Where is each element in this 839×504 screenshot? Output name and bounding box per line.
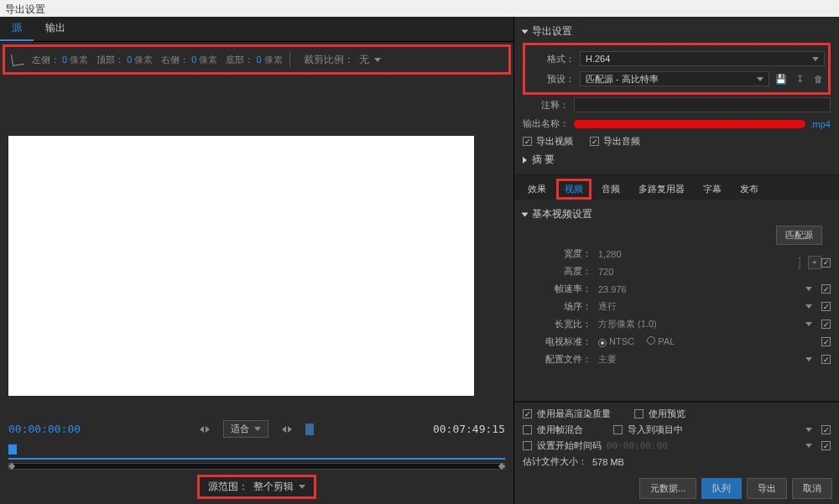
format-label: 格式：: [529, 53, 575, 65]
mark-in-icon[interactable]: [305, 423, 314, 435]
basic-video-title: 基本视频设置: [532, 207, 592, 221]
width-input[interactable]: 1,280: [598, 249, 795, 259]
timeline-scrubber[interactable]: [8, 463, 505, 470]
delete-preset-icon[interactable]: 🗑: [811, 72, 825, 86]
tvstd-radios: NTSC PAL: [598, 336, 821, 347]
playhead[interactable]: [8, 444, 17, 455]
step-back-icon[interactable]: [200, 426, 204, 433]
frame-blend-checkbox[interactable]: [523, 425, 532, 434]
tab-video[interactable]: 视频: [556, 179, 591, 200]
crop-left-input[interactable]: 0: [62, 55, 67, 65]
source-range-dropdown[interactable]: 源范围： 整个剪辑: [197, 475, 316, 499]
comment-label: 注释：: [523, 99, 569, 112]
profile-dropdown[interactable]: 主要: [598, 353, 805, 366]
fps-label: 帧速率：: [523, 283, 598, 295]
wh-match-checkbox[interactable]: [821, 258, 831, 268]
crop-unit: 像素: [70, 54, 88, 66]
fieldorder-dropdown[interactable]: 逐行: [598, 300, 805, 313]
tvstd-match-checkbox[interactable]: [821, 337, 831, 346]
basic-video-header[interactable]: 基本视频设置: [523, 205, 831, 224]
ntsc-radio[interactable]: [598, 339, 607, 347]
match-source-button[interactable]: 匹配源: [776, 226, 822, 245]
preview-canvas[interactable]: [8, 136, 474, 396]
timecode-in[interactable]: 00:00:00:00: [8, 423, 81, 435]
import-match-checkbox[interactable]: [821, 425, 831, 434]
chevron-down-icon: [299, 485, 305, 489]
ntsc-label: NTSC: [609, 336, 634, 346]
next-icon[interactable]: [288, 426, 292, 433]
start-tc-value[interactable]: 00:00:00:00: [607, 440, 668, 451]
link-icon[interactable]: ⚭: [808, 256, 821, 269]
aspect-match-checkbox[interactable]: [821, 320, 831, 329]
import-preset-icon[interactable]: ↧: [793, 72, 806, 86]
zoom-fit-dropdown[interactable]: 适合: [223, 420, 268, 438]
source-output-tabs: 源 输出: [0, 17, 513, 42]
export-button[interactable]: 导出: [747, 478, 787, 499]
export-video-label: 导出视频: [536, 135, 573, 148]
export-audio-label: 导出音频: [603, 135, 640, 148]
tab-audio[interactable]: 音频: [593, 179, 628, 200]
format-dropdown[interactable]: H.264: [580, 51, 825, 66]
tab-output[interactable]: 输出: [34, 17, 77, 41]
collapse-icon: [523, 157, 527, 164]
save-preset-icon[interactable]: 💾: [774, 72, 788, 86]
field-match-checkbox[interactable]: [821, 302, 831, 311]
height-input[interactable]: 720: [598, 267, 795, 277]
max-quality-checkbox[interactable]: [523, 409, 532, 418]
comment-input[interactable]: [574, 97, 831, 112]
export-settings-header[interactable]: 导出设置: [523, 22, 831, 41]
chevron-down-icon: [805, 444, 812, 448]
crop-unit: 像素: [134, 54, 153, 66]
aspect-dropdown[interactable]: 方形像素 (1.0): [598, 318, 805, 330]
chevron-down-icon: [805, 357, 812, 361]
crop-right-label: 右侧：: [161, 54, 189, 66]
prev-icon[interactable]: [282, 426, 286, 433]
metadata-button[interactable]: 元数据...: [639, 478, 696, 499]
settings-tabs: 效果 视频 音频 多路复用器 字幕 发布: [514, 175, 839, 200]
step-fwd-icon[interactable]: [206, 426, 210, 433]
import-project-checkbox[interactable]: [613, 425, 623, 434]
cancel-button[interactable]: 取消: [792, 478, 832, 499]
settings-panel: 导出设置 格式： H.264 预设： 匹配源 - 高比特率 💾 ↧ 🗑 注释：: [514, 17, 839, 504]
summary-header[interactable]: 摘 要: [523, 150, 831, 169]
tab-captions[interactable]: 字幕: [695, 179, 730, 200]
use-preview-checkbox[interactable]: [634, 409, 644, 418]
output-name-redacted[interactable]: [574, 120, 805, 128]
source-panel: 源 输出 左侧：0像素 顶部：0像素 右侧：0像素 底部：0像素 裁剪比例： 无…: [0, 17, 514, 504]
fps-match-checkbox[interactable]: [821, 284, 831, 294]
crop-icon[interactable]: [11, 53, 24, 66]
tab-source[interactable]: 源: [0, 17, 34, 41]
chevron-down-icon: [812, 57, 819, 61]
queue-button[interactable]: 队列: [701, 478, 742, 499]
profile-match-checkbox[interactable]: [821, 355, 831, 364]
preset-dropdown[interactable]: 匹配源 - 高比特率: [580, 71, 769, 86]
starttc-match-checkbox[interactable]: [821, 441, 831, 450]
crop-left-label: 左侧：: [32, 54, 60, 66]
source-range-label: 源范围：: [208, 480, 248, 494]
export-video-checkbox[interactable]: [523, 137, 532, 146]
pal-radio[interactable]: [647, 336, 655, 345]
timecode-out: 00:07:49:15: [433, 423, 505, 435]
tab-mux[interactable]: 多路复用器: [630, 179, 693, 200]
timeline-track[interactable]: [8, 448, 505, 460]
output-ext: .mp4: [810, 119, 831, 129]
timeline-controls: 00:00:00:00 适合 00:07:49:15 源范围： 整个剪辑: [0, 412, 513, 504]
chevron-down-icon: [757, 77, 763, 81]
crop-right-input[interactable]: 0: [191, 55, 196, 65]
crop-ratio-dropdown[interactable]: 裁剪比例： 无: [304, 53, 381, 67]
collapse-icon: [522, 29, 529, 34]
est-size-value: 578 MB: [592, 457, 624, 467]
chevron-down-icon: [805, 322, 812, 326]
start-tc-checkbox[interactable]: [523, 441, 532, 450]
crop-top-input[interactable]: 0: [127, 55, 132, 65]
est-size-label: 估计文件大小：: [523, 455, 587, 468]
crop-bottom-input[interactable]: 0: [256, 55, 261, 65]
tab-effects[interactable]: 效果: [519, 179, 555, 200]
export-audio-checkbox[interactable]: [590, 137, 599, 146]
export-settings-title: 导出设置: [532, 24, 572, 39]
fps-dropdown[interactable]: 23.976: [598, 284, 805, 294]
tab-publish[interactable]: 发布: [732, 179, 767, 200]
start-tc-label: 设置开始时间码: [537, 439, 602, 452]
crop-unit: 像素: [264, 54, 283, 66]
pal-label: PAL: [658, 336, 675, 346]
